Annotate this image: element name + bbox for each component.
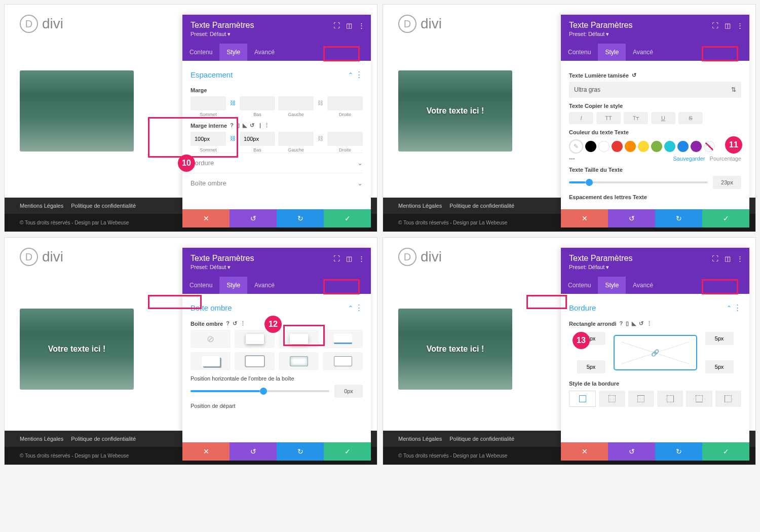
footer-link-privacy[interactable]: Politique de confidentialité bbox=[449, 203, 514, 209]
section-border-collapsed[interactable]: Bordure⌄ bbox=[191, 153, 363, 173]
border-style-left[interactable] bbox=[715, 391, 741, 407]
radius-bl-input[interactable] bbox=[577, 360, 605, 373]
padding-top-input[interactable] bbox=[191, 132, 226, 146]
cancel-button[interactable]: ✕ bbox=[182, 442, 230, 461]
margin-bottom-input[interactable] bbox=[240, 96, 275, 110]
percent-link[interactable]: Pourcentage bbox=[710, 156, 741, 162]
redo-button[interactable]: ↻ bbox=[277, 209, 324, 227]
reset-icon[interactable]: ↺ bbox=[639, 320, 643, 327]
more-icon[interactable]: ⋮ bbox=[737, 255, 743, 262]
border-style-solid[interactable] bbox=[569, 391, 596, 407]
redo-button[interactable]: ↻ bbox=[655, 209, 702, 227]
margin-right-input[interactable] bbox=[327, 96, 363, 110]
cancel-button[interactable]: ✕ bbox=[182, 209, 230, 227]
shadow-opt-3[interactable] bbox=[323, 330, 363, 348]
help-icon[interactable]: ? bbox=[230, 122, 234, 129]
redo-button[interactable]: ↻ bbox=[655, 442, 702, 461]
footer-link-privacy[interactable]: Politique de confidentialité bbox=[449, 436, 514, 442]
tab-advanced[interactable]: Avancé bbox=[626, 44, 660, 61]
tab-style[interactable]: Style bbox=[219, 44, 247, 61]
footer-link-legal[interactable]: Mentions Légales bbox=[20, 203, 63, 209]
undo-button[interactable]: ↺ bbox=[608, 442, 655, 461]
section-spacing[interactable]: Espacement ⌃ ⋮ bbox=[191, 67, 363, 82]
tab-advanced[interactable]: Avancé bbox=[247, 277, 282, 294]
uppercase-button[interactable]: TT bbox=[596, 112, 621, 124]
preset-selector[interactable]: Preset: Défaut ▾ bbox=[569, 264, 741, 271]
tab-content[interactable]: Contenu bbox=[182, 44, 219, 61]
border-link-box[interactable]: 🔗 bbox=[614, 335, 697, 370]
redo-button[interactable]: ↻ bbox=[277, 442, 324, 461]
hover-icon[interactable]: ◣ bbox=[632, 320, 636, 327]
more-icon[interactable]: ⋮ bbox=[358, 22, 365, 29]
text-size-slider[interactable] bbox=[569, 181, 708, 183]
shadow-opt-4[interactable] bbox=[191, 352, 231, 370]
color-black[interactable] bbox=[585, 141, 596, 152]
mobile-icon[interactable]: ▯ bbox=[237, 122, 240, 129]
tab-style[interactable]: Style bbox=[598, 44, 626, 61]
link-icon[interactable]: ⛓ bbox=[228, 96, 238, 109]
save-button[interactable]: ✓ bbox=[324, 209, 371, 227]
footer-link-legal[interactable]: Mentions Légales bbox=[398, 436, 442, 442]
underline-button[interactable]: U bbox=[651, 112, 675, 124]
hover-icon[interactable]: ◣ bbox=[243, 122, 247, 129]
tab-style[interactable]: Style bbox=[219, 277, 247, 294]
color-red[interactable] bbox=[612, 141, 623, 152]
more-vert-icon[interactable]: ⋮ bbox=[355, 303, 363, 312]
undo-button[interactable]: ↺ bbox=[608, 209, 655, 227]
color-blue[interactable] bbox=[677, 141, 689, 152]
expand-icon[interactable]: ⛶ bbox=[333, 255, 340, 262]
preset-selector[interactable]: Preset: Défaut ▾ bbox=[191, 264, 363, 271]
preset-selector[interactable]: Preset: Défaut ▾ bbox=[191, 31, 363, 37]
shadow-opt-7[interactable] bbox=[323, 352, 363, 370]
color-none[interactable] bbox=[704, 141, 715, 152]
columns-icon[interactable]: ◫ bbox=[725, 255, 731, 262]
shadow-opt-6[interactable] bbox=[279, 352, 319, 370]
tab-style[interactable]: Style bbox=[598, 277, 626, 294]
color-picker-icon[interactable]: ✎ bbox=[569, 139, 583, 154]
shadow-opt-2[interactable] bbox=[279, 330, 319, 348]
shadow-opt-1[interactable] bbox=[235, 330, 275, 348]
footer-link-legal[interactable]: Mentions Légales bbox=[398, 203, 442, 209]
more-vert-icon[interactable]: ⋮ bbox=[355, 70, 363, 79]
more-icon[interactable]: ⋮ bbox=[647, 320, 652, 327]
text-size-value[interactable]: 23px bbox=[713, 176, 741, 189]
section-border[interactable]: Bordure ⌃ ⋮ bbox=[569, 300, 741, 315]
color-yellow[interactable] bbox=[638, 141, 649, 152]
color-orange[interactable] bbox=[625, 141, 636, 152]
tab-content[interactable]: Contenu bbox=[561, 44, 598, 61]
strike-button[interactable]: S bbox=[678, 112, 703, 124]
save-button[interactable]: ✓ bbox=[702, 209, 749, 227]
shadow-none[interactable] bbox=[191, 330, 231, 348]
help-icon[interactable]: ? bbox=[620, 320, 623, 327]
color-green[interactable] bbox=[651, 141, 662, 152]
columns-icon[interactable]: ◫ bbox=[346, 22, 352, 29]
tab-advanced[interactable]: Avancé bbox=[626, 277, 660, 294]
help-icon[interactable]: ? bbox=[226, 320, 230, 327]
reset-icon[interactable]: ↺ bbox=[632, 72, 636, 79]
reset-icon[interactable]: ↺ bbox=[250, 122, 254, 129]
more-vert-icon[interactable]: ⋮ bbox=[734, 303, 741, 312]
margin-top-input[interactable] bbox=[191, 96, 226, 110]
link-icon[interactable]: ⛓ bbox=[316, 132, 325, 145]
hpos-slider[interactable] bbox=[191, 390, 329, 392]
expand-icon[interactable]: ⛶ bbox=[712, 255, 718, 262]
section-box-shadow-collapsed[interactable]: Boîte ombre⌄ bbox=[191, 173, 363, 193]
color-purple[interactable] bbox=[691, 141, 702, 152]
border-style-right[interactable] bbox=[657, 391, 683, 407]
tab-content[interactable]: Contenu bbox=[561, 277, 598, 294]
font-weight-select[interactable]: Ultra gras⇅ bbox=[569, 82, 741, 98]
padding-bottom-input[interactable] bbox=[240, 132, 275, 146]
reset-icon[interactable]: ↺ bbox=[233, 320, 237, 327]
margin-left-input[interactable] bbox=[278, 96, 314, 110]
more-dots-icon[interactable]: ••• bbox=[569, 156, 575, 162]
expand-icon[interactable]: ⛶ bbox=[712, 22, 718, 29]
hpos-value[interactable]: 0px bbox=[334, 385, 363, 398]
columns-icon[interactable]: ◫ bbox=[346, 255, 352, 262]
columns-icon[interactable]: ◫ bbox=[725, 22, 731, 29]
border-style-top[interactable] bbox=[628, 391, 654, 407]
more-icon[interactable]: ⋮ bbox=[737, 22, 743, 29]
border-style-all[interactable] bbox=[599, 391, 625, 407]
save-button[interactable]: ✓ bbox=[324, 442, 371, 461]
more-icon[interactable]: ⋮ bbox=[240, 320, 246, 327]
smallcaps-button[interactable]: Tᴛ bbox=[624, 112, 648, 124]
